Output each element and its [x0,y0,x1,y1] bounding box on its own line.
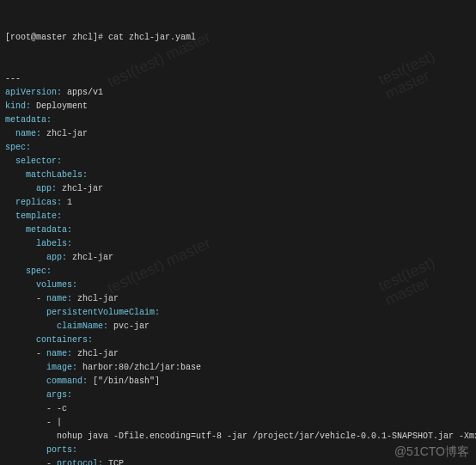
yaml-line: selector: [5,155,471,168]
yaml-line: kind: Deployment [5,100,471,113]
yaml-line: replicas: 1 [5,196,471,210]
yaml-line: labels: [5,237,471,251]
yaml-line: claimName: pvc-jar [5,320,471,333]
yaml-line: - name: zhcl-jar [5,347,471,361]
yaml-line: command: ["/bin/bash"] [5,375,471,389]
yaml-line: app: zhcl-jar [5,251,471,265]
yaml-line: containers: [5,333,471,347]
terminal-output: [root@master zhcl]# cat zhcl-jar.yaml --… [0,0,476,465]
yaml-line: spec: [5,141,471,155]
yaml-line: - | [5,416,471,430]
yaml-line: spec: [5,265,471,278]
yaml-line: image: harbor:80/zhcl/jar:base [5,361,471,375]
yaml-line: template: [5,210,471,223]
site-badge: @51CTO博客 [394,444,469,460]
yaml-line: apiVersion: apps/v1 [5,86,471,100]
yaml-line: app: zhcl-jar [5,182,471,196]
yaml-line: metadata: [5,113,471,127]
yaml-line: - -c [5,402,471,416]
yaml-line: - name: zhcl-jar [5,292,471,306]
yaml-line: nohup java -Dfile.encoding=utf-8 -jar /p… [5,430,471,444]
yaml-line: --- [5,72,471,86]
shell-prompt: [root@master zhcl]# cat zhcl-jar.yaml [5,31,471,45]
yaml-line: metadata: [5,223,471,237]
yaml-line: name: zhcl-jar [5,127,471,141]
yaml-content: ---apiVersion: apps/v1kind: Deploymentme… [5,72,471,465]
yaml-line: matchLabels: [5,168,471,182]
yaml-line: volumes: [5,278,471,292]
yaml-line: args: [5,389,471,402]
yaml-line: persistentVolumeClaim: [5,306,471,320]
